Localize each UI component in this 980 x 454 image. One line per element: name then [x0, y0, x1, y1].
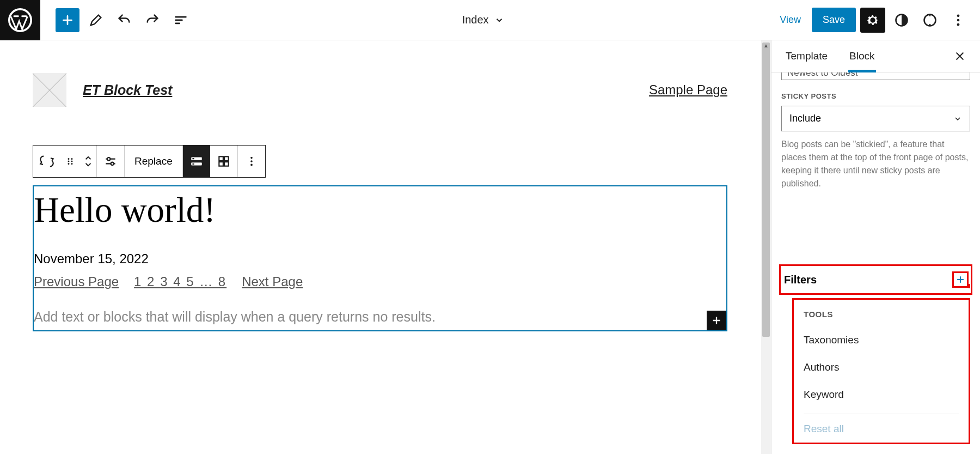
- filter-option-keyword[interactable]: Keyword: [794, 381, 969, 408]
- add-filter-button[interactable]: [952, 271, 969, 288]
- styles-button[interactable]: [890, 8, 914, 32]
- more-options-button[interactable]: [946, 8, 970, 32]
- chevron-down-icon: [494, 15, 504, 25]
- annotation-connector: [969, 284, 970, 288]
- pencil-icon: [88, 13, 103, 28]
- nav-link-sample-page[interactable]: Sample Page: [649, 82, 727, 98]
- tools-edit-button[interactable]: [84, 8, 108, 32]
- filters-tools-popover: TOOLS Taxonomies Authors Keyword Reset a…: [792, 298, 970, 444]
- tab-block[interactable]: Block: [838, 40, 885, 72]
- undo-button[interactable]: [112, 8, 136, 32]
- canvas-scrollbar[interactable]: ▲: [761, 40, 771, 454]
- list-view-icon: [173, 13, 188, 28]
- plus-icon: [710, 314, 722, 326]
- settings-button[interactable]: [860, 8, 885, 33]
- svg-point-3: [957, 14, 960, 17]
- toolbar-left-group: [40, 8, 193, 32]
- order-select-value: Newest to Oldest: [787, 72, 857, 78]
- pagination-prev[interactable]: Previous Page: [34, 274, 119, 289]
- sidebar-body: Newest to Oldest STICKY POSTS Include Bl…: [771, 72, 980, 244]
- svg-point-10: [68, 163, 70, 165]
- svg-point-24: [250, 164, 253, 166]
- svg-point-23: [250, 160, 253, 162]
- tab-template[interactable]: Template: [775, 40, 838, 72]
- svg-rect-21: [224, 162, 229, 166]
- document-title-text: Index: [462, 14, 489, 26]
- redo-button[interactable]: [140, 8, 164, 32]
- redo-icon: [145, 13, 160, 28]
- move-up-button[interactable]: [83, 155, 93, 161]
- block-movers: [80, 146, 96, 177]
- svg-point-12: [107, 158, 110, 160]
- editor-main: ▲ ET Block Test Sample Page: [0, 40, 980, 454]
- svg-rect-20: [219, 162, 223, 166]
- block-inserter-button[interactable]: [56, 8, 79, 32]
- reset-all-button[interactable]: Reset all: [794, 414, 969, 443]
- scrollbar-thumb[interactable]: [762, 43, 770, 337]
- post-title[interactable]: Hello world!: [34, 186, 726, 231]
- svg-point-22: [250, 157, 253, 159]
- grid-layout-button[interactable]: [210, 146, 237, 177]
- sticky-posts-help: Blog posts can be "stickied", a feature …: [781, 138, 970, 190]
- editor-canvas[interactable]: ET Block Test Sample Page: [0, 40, 771, 331]
- sliders-icon: [103, 154, 118, 168]
- list-view-button[interactable]: [169, 8, 193, 32]
- site-logo-placeholder[interactable]: [33, 73, 66, 107]
- chevron-down-icon: [953, 114, 962, 123]
- sticky-posts-value: Include: [789, 113, 821, 124]
- filter-option-authors[interactable]: Authors: [794, 354, 969, 381]
- site-title[interactable]: ET Block Test: [83, 82, 172, 98]
- settings-sidebar: Template Block Newest to Oldest STICKY P…: [771, 40, 980, 454]
- filters-panel-header[interactable]: Filters: [779, 264, 972, 295]
- editor-canvas-wrap: ▲ ET Block Test Sample Page: [0, 40, 771, 454]
- svg-point-4: [957, 19, 960, 21]
- block-type-button[interactable]: [33, 146, 60, 177]
- svg-point-6: [68, 158, 70, 160]
- pagination-next[interactable]: Next Page: [242, 274, 303, 289]
- svg-rect-19: [224, 156, 229, 161]
- filter-option-taxonomies[interactable]: Taxonomies: [794, 326, 969, 354]
- list-layout-button[interactable]: [183, 146, 210, 177]
- filters-heading: Filters: [784, 274, 817, 286]
- svg-point-5: [957, 23, 960, 26]
- order-select-clipped[interactable]: Newest to Oldest: [781, 72, 970, 80]
- wordpress-icon: [8, 8, 32, 32]
- display-settings-button[interactable]: [97, 146, 124, 177]
- query-loop-block[interactable]: Hello world! November 15, 2022 Previous …: [33, 185, 727, 331]
- navigation-button[interactable]: [918, 8, 942, 32]
- add-block-button[interactable]: [707, 311, 726, 330]
- document-title[interactable]: Index: [193, 14, 773, 26]
- toolbar-right-group: View Save: [773, 8, 980, 33]
- top-toolbar: Index View Save: [0, 0, 980, 40]
- drag-handle[interactable]: [60, 146, 80, 177]
- contrast-icon: [894, 13, 909, 28]
- post-date[interactable]: November 15, 2022: [34, 231, 726, 267]
- pagination: Previous Page 1 2 3 4 5 … 8 Next Page: [34, 267, 726, 289]
- no-results-placeholder[interactable]: Add text or blocks that will display whe…: [34, 289, 726, 330]
- sticky-posts-label: STICKY POSTS: [781, 92, 970, 100]
- svg-rect-17: [192, 164, 194, 165]
- sticky-posts-select[interactable]: Include: [781, 106, 970, 131]
- pagination-numbers[interactable]: 1 2 3 4 5 … 8: [134, 274, 226, 289]
- close-icon: [954, 50, 966, 62]
- replace-button[interactable]: Replace: [125, 146, 182, 177]
- view-link[interactable]: View: [773, 14, 807, 26]
- site-header: ET Block Test Sample Page: [33, 73, 727, 145]
- query-loop-icon: [39, 154, 54, 169]
- wordpress-logo-button[interactable]: [0, 0, 40, 40]
- block-more-options[interactable]: [238, 146, 265, 177]
- svg-point-13: [111, 162, 114, 165]
- close-sidebar-button[interactable]: [943, 45, 977, 68]
- svg-point-11: [71, 163, 73, 165]
- move-down-button[interactable]: [83, 162, 93, 167]
- undo-icon: [117, 13, 132, 28]
- list-layout-icon: [189, 154, 204, 168]
- svg-point-7: [71, 158, 73, 160]
- svg-rect-16: [192, 158, 194, 159]
- kebab-icon: [951, 13, 966, 28]
- plus-icon: [60, 13, 75, 27]
- svg-point-8: [68, 161, 70, 162]
- gear-icon: [865, 13, 880, 28]
- save-button[interactable]: Save: [812, 8, 856, 32]
- drag-icon: [65, 156, 75, 166]
